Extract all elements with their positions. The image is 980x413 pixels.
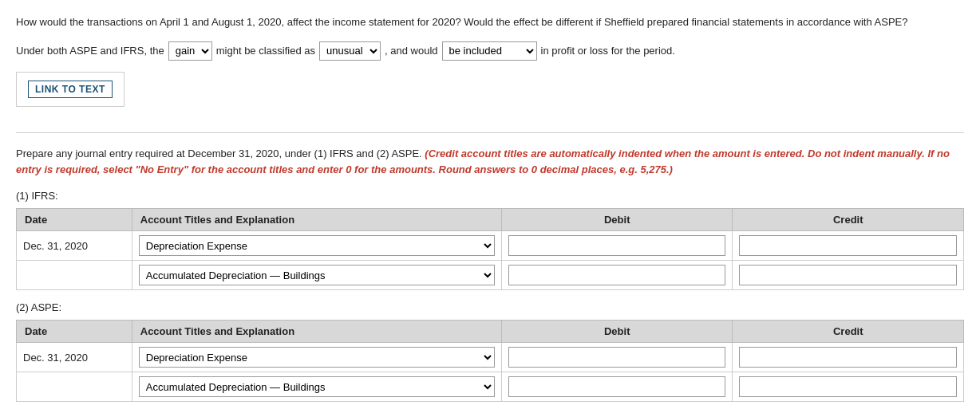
ifrs-debit-input-2[interactable] (508, 265, 726, 285)
ifrs-account-1[interactable]: Depreciation Expense No Entry Accumulate… (132, 231, 501, 261)
ifrs-col-credit: Credit (733, 209, 964, 231)
table-row: Accumulated Depreciation — Buildings No … (17, 261, 964, 290)
aspe-account-select-2[interactable]: Accumulated Depreciation — Buildings No … (139, 376, 495, 397)
aspe-col-credit: Credit (733, 321, 964, 343)
ifrs-account-2[interactable]: Accumulated Depreciation — Buildings No … (132, 261, 501, 290)
inline-middle2: , and would (385, 45, 438, 57)
aspe-credit-1[interactable] (733, 343, 964, 372)
aspe-credit-input-1[interactable] (739, 347, 957, 368)
ifrs-debit-1[interactable] (501, 231, 733, 261)
inline-middle1: might be classified as (216, 45, 315, 57)
ifrs-col-debit: Debit (501, 209, 733, 231)
aspe-date-1: Dec. 31, 2020 (17, 343, 132, 372)
aspe-col-date: Date (17, 321, 132, 343)
ifrs-col-account: Account Titles and Explanation (132, 209, 501, 231)
question-text: How would the transactions on April 1 an… (16, 14, 964, 30)
table-row: Accumulated Depreciation — Buildings No … (17, 372, 964, 402)
ifrs-credit-1[interactable] (733, 231, 964, 261)
aspe-journal-table: Date Account Titles and Explanation Debi… (16, 320, 964, 402)
ifrs-section-label: (1) IFRS: (16, 190, 964, 202)
inline-classification-row: Under both ASPE and IFRS, the gain loss … (16, 41, 964, 61)
ifrs-credit-input-1[interactable] (739, 235, 957, 256)
ifrs-credit-input-2[interactable] (739, 265, 957, 285)
unusual-ordinary-select[interactable]: unusual ordinary (319, 41, 381, 61)
aspe-col-debit: Debit (501, 321, 733, 343)
ifrs-journal-table: Date Account Titles and Explanation Debi… (16, 208, 964, 290)
ifrs-date-1: Dec. 31, 2020 (17, 231, 132, 261)
aspe-debit-2[interactable] (501, 372, 733, 402)
aspe-date-2 (17, 372, 132, 402)
ifrs-col-date: Date (17, 209, 132, 231)
aspe-account-2[interactable]: Accumulated Depreciation — Buildings No … (132, 372, 501, 402)
inline-prefix: Under both ASPE and IFRS, the (16, 45, 164, 57)
aspe-credit-input-2[interactable] (739, 376, 957, 397)
instructions-block: Prepare any journal entry required at De… (16, 146, 964, 179)
ifrs-credit-2[interactable] (733, 261, 964, 290)
divider-1 (16, 132, 964, 133)
link-to-text-container: LINK TO TEXT (16, 72, 124, 107)
table-row: Dec. 31, 2020 Depreciation Expense No En… (17, 343, 964, 372)
be-included-select[interactable]: be included not be included be excluded (442, 41, 537, 61)
ifrs-date-2 (17, 261, 132, 290)
aspe-debit-input-2[interactable] (508, 376, 726, 397)
aspe-debit-1[interactable] (501, 343, 733, 372)
gain-loss-select[interactable]: gain loss (168, 41, 212, 61)
instructions-normal: Prepare any journal entry required at De… (16, 148, 422, 159)
aspe-col-account: Account Titles and Explanation (132, 321, 501, 343)
aspe-account-select-1[interactable]: Depreciation Expense No Entry Accumulate… (139, 347, 495, 368)
inline-suffix: in profit or loss for the period. (541, 45, 675, 57)
aspe-debit-input-1[interactable] (508, 347, 726, 368)
table-row: Dec. 31, 2020 Depreciation Expense No En… (17, 231, 964, 261)
aspe-account-1[interactable]: Depreciation Expense No Entry Accumulate… (132, 343, 501, 372)
link-to-text-button[interactable]: LINK TO TEXT (28, 81, 113, 98)
ifrs-account-select-2[interactable]: Accumulated Depreciation — Buildings No … (139, 265, 495, 285)
aspe-credit-2[interactable] (733, 372, 964, 402)
ifrs-account-select-1[interactable]: Depreciation Expense No Entry Accumulate… (139, 235, 495, 256)
ifrs-debit-2[interactable] (501, 261, 733, 290)
ifrs-debit-input-1[interactable] (508, 235, 726, 256)
aspe-section-label: (2) ASPE: (16, 301, 964, 313)
